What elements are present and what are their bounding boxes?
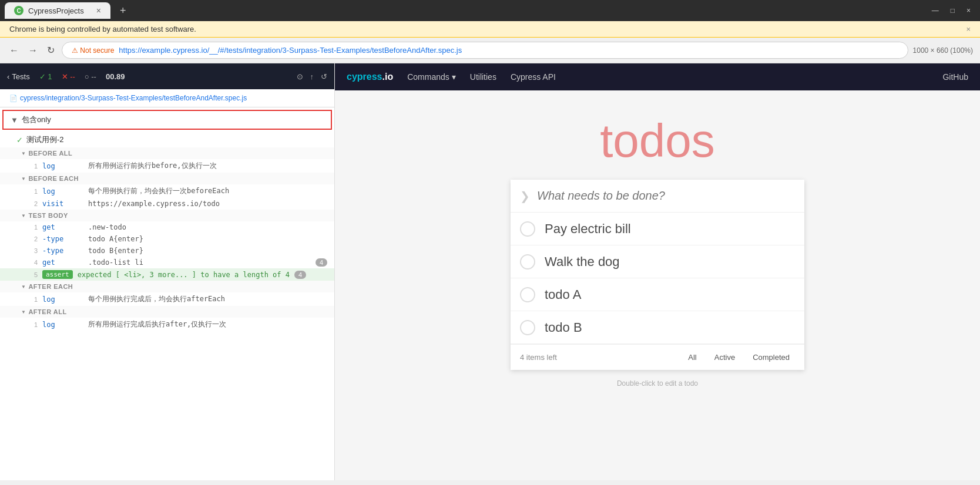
back-button[interactable]: ← [7,43,21,58]
cmd-num: 1 [28,163,38,170]
filter-completed-button[interactable]: Completed [747,351,795,364]
cmd-row-assert[interactable]: 5 assert expected [ <li>, 3 more... ] to… [0,268,334,281]
todo-list: Pay electric bill Walk the dog todo A to… [511,213,804,344]
after-all-label: AFTER ALL [28,308,66,315]
commands-nav[interactable]: Commands ▾ [407,72,456,82]
suite-header[interactable]: ▼ 包含only [2,110,332,130]
automation-close-button[interactable]: × [966,25,971,33]
reload-icon[interactable]: ↺ [321,72,327,81]
filter-active-button[interactable]: Active [709,351,740,364]
cmd-row[interactable]: 1 log 每个用例执行完成后，均会执行afterEach [0,292,334,306]
cmd-row[interactable]: 2 visit https://example.cypress.io/todo [0,198,334,210]
new-tab-button[interactable]: + [115,2,131,19]
cypress-toolbar: ‹ Tests ✓ 1 ✕ -- ○ -- 00.89 ⊙ ↑ ↺ [0,63,334,89]
cmd-row[interactable]: 2 -type todo A{enter} [0,233,334,245]
back-icon: ‹ [7,72,9,81]
assert-badge: assert [42,270,73,279]
test-tree: ▼ 包含only ✓ 测试用例-2 ▼ BEFORE ALL 1 log 所有用… [0,107,334,480]
suite-label: 包含only [22,114,51,125]
app-panel: cypress.io Commands ▾ Utilities Cypress … [335,63,980,480]
cmd-num: 4 [28,259,38,266]
cypress-api-label: Cypress API [511,72,556,82]
todo-title: todos [600,114,715,168]
browser-title-bar: C CypressProjects × + — □ × [0,0,980,21]
todo-input-area: ❯ [511,180,804,213]
automation-bar: Chrome is being controlled by automated … [0,21,980,38]
todo-text: todo B [545,320,582,335]
browser-tab[interactable]: C CypressProjects × [5,2,110,19]
cmd-row[interactable]: 1 log 所有用例运行前执行before,仅执行一次 [0,159,334,173]
todo-app: ❯ Pay electric bill Walk the dog [511,180,804,370]
cmd-row[interactable]: 4 get .todo-list li 4 [0,257,334,268]
security-warning: ⚠ Not secure [72,46,114,55]
todo-new-input[interactable] [537,189,795,203]
todo-count: 4 items left [520,353,676,362]
cmd-num: 5 [28,271,38,278]
cmd-num: 1 [28,224,38,231]
todo-footer: 4 items left All Active Completed [511,344,804,370]
cmd-num: 1 [28,296,38,303]
cmd-row[interactable]: 1 log 所有用例运行完成后执行after,仅执行一次 [0,318,334,331]
close-button[interactable]: × [962,4,975,17]
browser-nav-bar: ← → ↻ ⚠ Not secure https://example.cypre… [0,38,980,63]
list-item: todo B [511,311,804,344]
cypress-panel: ‹ Tests ✓ 1 ✕ -- ○ -- 00.89 ⊙ ↑ ↺ 📄 cypr… [0,63,335,480]
forward-button[interactable]: → [26,43,40,58]
cmd-name: -type [42,247,83,255]
cmd-num: 1 [28,188,38,195]
assert-detail: expected [ <li>, 3 more... ] to have a l… [78,271,290,279]
cmd-detail: 所有用例运行前执行before,仅执行一次 [88,161,327,171]
app-content: todos ❯ Pay electric bill Walk the dog [335,90,980,480]
timer: 00.89 [106,72,125,81]
list-item: Walk the dog [511,245,804,278]
circle-icon[interactable]: ⊙ [297,72,303,81]
app-logo: cypress.io [347,72,393,82]
cmd-detail: .todo-list li [88,258,311,267]
todo-checkbox[interactable] [520,221,535,237]
cmd-num: 2 [28,200,38,207]
minimize-button[interactable]: — [927,4,944,17]
address-url: https://example.cypress.io/__/#/tests/in… [119,46,462,55]
up-icon[interactable]: ↑ [310,72,314,81]
todo-checkbox[interactable] [520,320,535,335]
cmd-row[interactable]: 1 get .new-todo [0,221,334,233]
cmd-row[interactable]: 3 -type todo B{enter} [0,245,334,257]
utilities-nav[interactable]: Utilities [470,72,496,82]
tab-close-button[interactable]: × [96,6,101,15]
back-to-tests[interactable]: ‹ Tests [7,72,30,81]
filter-all-button[interactable]: All [683,351,702,364]
cmd-name: -type [42,235,83,243]
cypress-api-nav[interactable]: Cypress API [511,72,556,82]
tab-favicon: C [14,6,24,15]
cmd-name: log [42,187,83,196]
main-layout: ‹ Tests ✓ 1 ✕ -- ○ -- 00.89 ⊙ ↑ ↺ 📄 cypr… [0,63,980,480]
list-item: todo A [511,278,804,311]
fail-count: ✕ -- [62,72,75,81]
test-body-label: TEST BODY [28,212,68,219]
after-each-header: ▼ AFTER EACH [0,281,334,292]
todo-text: Walk the dog [545,254,620,270]
cmd-row[interactable]: 1 log 每个用例执行前，均会执行一次beforeEach [0,184,334,198]
maximize-button[interactable]: □ [946,4,959,17]
toggle-all-icon[interactable]: ❯ [520,189,530,203]
todo-checkbox[interactable] [520,254,535,270]
test-item[interactable]: ✓ 测试用例-2 [0,132,334,147]
tab-title: CypressProjects [28,6,84,15]
todo-checkbox[interactable] [520,287,535,302]
cmd-detail: .new-todo [88,223,327,231]
triangle-icon: ▼ [21,309,26,315]
triangle-icon: ▼ [21,213,26,218]
address-bar[interactable]: ⚠ Not secure https://example.cypress.io/… [62,42,908,59]
github-nav[interactable]: GitHub [942,72,968,82]
cmd-name: visit [42,200,83,208]
cmd-name: get [42,258,83,267]
file-path: 📄 cypress/integration/3-Surpass-Test-Exa… [0,89,334,107]
triangle-icon: ▼ [21,176,26,181]
refresh-button[interactable]: ↻ [45,42,57,58]
cmd-name: log [42,321,83,329]
cmd-num: 3 [28,247,38,254]
commands-label: Commands [407,72,449,82]
commands-chevron-icon: ▾ [452,72,456,82]
cmd-num: 2 [28,235,38,242]
cmd-detail: todo B{enter} [88,247,327,255]
